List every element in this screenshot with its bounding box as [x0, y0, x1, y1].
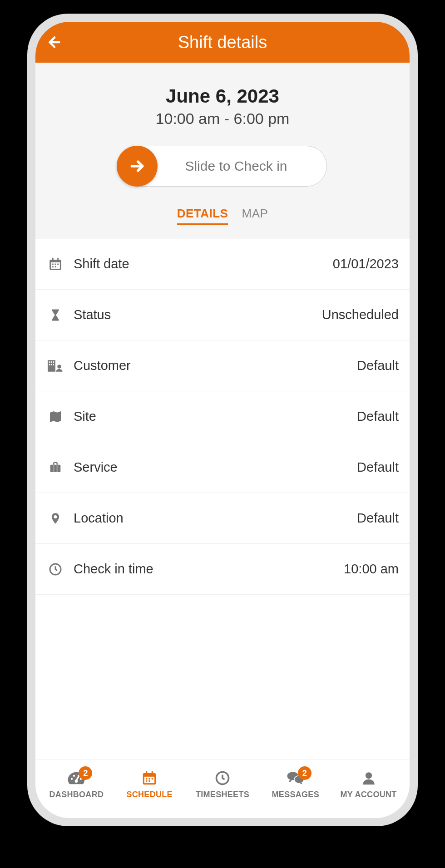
svg-rect-5	[55, 263, 56, 265]
svg-rect-11	[51, 361, 52, 363]
svg-rect-2	[52, 257, 54, 261]
location-pin-icon	[46, 509, 64, 528]
hourglass-icon	[46, 306, 64, 324]
svg-rect-18	[53, 464, 54, 472]
row-label: Site	[74, 409, 96, 424]
svg-point-38	[365, 772, 371, 779]
tab-map[interactable]: MAP	[242, 207, 268, 225]
svg-rect-27	[144, 777, 154, 783]
svg-rect-33	[146, 780, 147, 782]
calendar-icon	[140, 769, 158, 787]
back-button[interactable]	[46, 34, 63, 50]
row-value: 10:00 am	[344, 562, 399, 577]
nav-badge: 2	[298, 766, 312, 780]
svg-rect-31	[149, 778, 150, 779]
row-value: Default	[357, 409, 399, 424]
nav-dashboard[interactable]: 2 DASHBOARD	[42, 769, 110, 799]
nav-label: TIMESHEETS	[196, 790, 249, 799]
svg-rect-3	[57, 257, 59, 261]
row-label: Check in time	[74, 562, 153, 577]
slider-thumb[interactable]	[117, 146, 158, 187]
content-area	[35, 595, 410, 759]
svg-rect-8	[55, 266, 56, 267]
row-label: Shift date	[74, 256, 129, 271]
nav-label: MY ACCOUNT	[341, 790, 397, 799]
row-value: Unscheduled	[322, 307, 399, 322]
svg-rect-13	[49, 364, 50, 365]
row-label: Status	[74, 307, 111, 322]
check-in-slider[interactable]: Slide to Check in	[118, 146, 327, 187]
shift-date-heading: June 6, 2023	[44, 85, 400, 107]
svg-rect-12	[53, 361, 54, 363]
nav-messages[interactable]: 2 MESSAGES	[262, 769, 330, 799]
shift-summary: June 6, 2023 10:00 am - 6:00 pm Slide to…	[35, 63, 410, 239]
building-user-icon	[46, 357, 64, 375]
back-arrow-icon	[46, 34, 63, 50]
row-value: 01/01/2023	[333, 256, 399, 271]
svg-point-16	[57, 365, 61, 369]
svg-rect-15	[53, 364, 54, 365]
briefcase-icon	[46, 459, 64, 477]
row-value: Default	[357, 460, 399, 475]
user-icon	[360, 769, 378, 787]
svg-rect-7	[52, 266, 54, 267]
app-bar: Shift details	[35, 22, 410, 63]
tab-details[interactable]: DETAILS	[177, 207, 228, 225]
row-site: Site Default	[35, 391, 410, 442]
svg-rect-32	[152, 778, 153, 779]
svg-rect-30	[146, 778, 147, 779]
check-in-slider-container: Slide to Check in	[44, 146, 400, 187]
svg-point-21	[71, 778, 73, 780]
details-list: Shift date 01/01/2023 Status Unscheduled…	[35, 239, 410, 595]
clock-icon	[46, 560, 64, 578]
row-value: Default	[357, 358, 399, 373]
svg-rect-6	[57, 263, 59, 265]
nav-my-account[interactable]: MY ACCOUNT	[335, 769, 403, 799]
svg-rect-34	[149, 780, 150, 782]
nav-label: DASHBOARD	[49, 790, 104, 799]
calendar-icon	[46, 255, 64, 273]
tabs: DETAILS MAP	[44, 207, 400, 225]
svg-rect-17	[50, 464, 61, 472]
svg-point-22	[73, 775, 75, 777]
svg-rect-10	[49, 361, 50, 363]
nav-label: MESSAGES	[272, 790, 319, 799]
svg-rect-1	[51, 262, 60, 268]
clock-icon	[213, 769, 232, 787]
svg-point-25	[75, 779, 78, 783]
nav-schedule[interactable]: SCHEDULE	[115, 769, 183, 799]
row-label: Location	[74, 511, 124, 526]
nav-label: SCHEDULE	[126, 790, 172, 799]
arrow-right-icon	[128, 157, 146, 175]
row-location: Location Default	[35, 493, 410, 544]
map-icon	[46, 408, 64, 426]
nav-timesheets[interactable]: TIMESHEETS	[188, 769, 257, 799]
row-check-in-time: Check in time 10:00 am	[35, 544, 410, 595]
row-status: Status Unscheduled	[35, 290, 410, 340]
bottom-nav: 2 DASHBOARD SCHEDULE TIMESHEETS 2	[35, 759, 410, 818]
row-label: Customer	[74, 358, 131, 373]
svg-rect-4	[52, 263, 54, 265]
svg-rect-28	[146, 771, 147, 774]
phone-frame: Shift details June 6, 2023 10:00 am - 6:…	[27, 14, 418, 826]
row-value: Default	[357, 511, 399, 526]
phone-screen: Shift details June 6, 2023 10:00 am - 6:…	[35, 22, 410, 818]
nav-badge: 2	[79, 766, 92, 780]
page-title: Shift details	[46, 33, 399, 52]
shift-time-range: 10:00 am - 6:00 pm	[44, 110, 400, 128]
row-label: Service	[74, 460, 118, 475]
svg-rect-14	[51, 364, 52, 365]
row-shift-date: Shift date 01/01/2023	[35, 239, 410, 290]
svg-rect-29	[152, 771, 153, 774]
svg-rect-19	[57, 464, 58, 472]
row-service: Service Default	[35, 442, 410, 493]
row-customer: Customer Default	[35, 340, 410, 391]
